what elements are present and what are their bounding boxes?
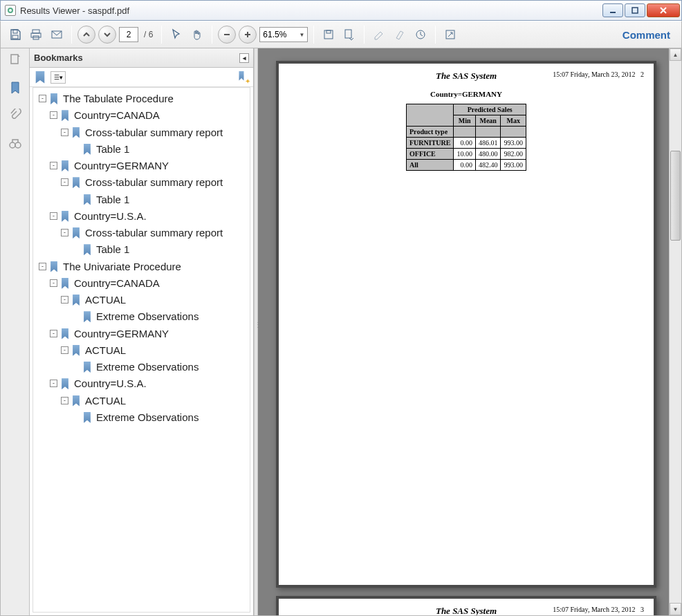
vertical-scrollbar[interactable]: ▲ ▼: [669, 48, 681, 615]
expand-toggle: [72, 312, 80, 320]
select-tool-icon[interactable]: [167, 26, 185, 44]
new-bookmark-button[interactable]: [237, 71, 249, 84]
bookmark-item[interactable]: Table 1: [72, 192, 248, 208]
bookmark-label: ACTUAL: [85, 344, 248, 357]
edit-icon[interactable]: [370, 26, 388, 44]
expand-toggle[interactable]: -: [50, 162, 57, 169]
expand-toggle: [72, 145, 80, 153]
expand-toggle[interactable]: -: [61, 129, 68, 136]
chevron-down-icon: ▼: [299, 32, 304, 38]
bookmark-item[interactable]: -ACTUAL: [61, 292, 248, 308]
maximize-button[interactable]: [625, 3, 645, 17]
bookmark-item[interactable]: -The Tabulate Procedure: [39, 91, 248, 107]
bookmarks-toolbar: ☰▾: [30, 68, 253, 87]
bookmark-item[interactable]: Extreme Observations: [72, 308, 248, 325]
bookmarks-tree[interactable]: -The Tabulate Procedure-Country=CANADA-C…: [33, 87, 250, 613]
bookmark-label: Table 1: [96, 243, 248, 256]
bookmark-label: Extreme Observations: [96, 310, 248, 324]
bookmark-item[interactable]: Extreme Observations: [72, 359, 248, 375]
bookmarks-options-button[interactable]: ☰▾: [50, 71, 66, 84]
zoom-in-button[interactable]: [239, 26, 257, 44]
bookmark-item[interactable]: -Cross-tabular summary report: [61, 225, 248, 241]
bookmark-item[interactable]: -Country=CANADA: [50, 275, 248, 292]
svg-rect-14: [326, 30, 331, 33]
expand-toggle[interactable]: -: [61, 296, 68, 304]
page-up-button[interactable]: [77, 26, 95, 44]
convert-icon[interactable]: [340, 26, 358, 44]
bookmark-label: Table 1: [96, 142, 248, 156]
highlight-icon[interactable]: [391, 26, 409, 44]
print-icon[interactable]: [27, 26, 45, 44]
bookmark-item[interactable]: Table 1: [72, 241, 248, 258]
scroll-down-button[interactable]: ▼: [670, 603, 681, 615]
hand-tool-icon[interactable]: [188, 26, 206, 44]
page-number-input[interactable]: [119, 27, 138, 42]
bookmarks-title: Bookmarks: [34, 53, 83, 63]
save-disk-icon[interactable]: [320, 26, 338, 44]
bookmark-label: Country=GERMANY: [74, 159, 248, 173]
scroll-track[interactable]: [670, 61, 681, 603]
svg-rect-15: [345, 30, 351, 38]
bookmark-item[interactable]: -Country=GERMANY: [50, 158, 248, 174]
bookmark-label: The Tabulate Procedure: [63, 92, 248, 106]
minimize-button[interactable]: [602, 3, 623, 17]
bookmark-item[interactable]: -Country=GERMANY: [50, 326, 248, 342]
bookmark-item[interactable]: -Country=CANADA: [50, 107, 248, 124]
expand-toggle[interactable]: -: [50, 330, 57, 337]
expand-toggle[interactable]: -: [50, 279, 57, 287]
bookmarks-panel: Bookmarks ◂ ☰▾ -The Tabulate Procedure-C…: [30, 48, 254, 615]
close-button[interactable]: [647, 3, 680, 17]
svg-rect-7: [31, 33, 41, 37]
bookmark-item[interactable]: Table 1: [72, 141, 248, 158]
search-binoculars-icon[interactable]: [8, 136, 23, 151]
page-down-button[interactable]: [98, 26, 116, 44]
expand-toggle[interactable]: -: [50, 212, 57, 220]
bookmark-item[interactable]: -Cross-tabular summary report: [61, 174, 248, 191]
expand-toggle[interactable]: -: [61, 397, 68, 404]
expand-toggle[interactable]: -: [50, 380, 57, 387]
bookmark-item[interactable]: -Cross-tabular summary report: [61, 124, 248, 141]
bookmark-label: The Univariate Procedure: [63, 260, 248, 274]
pdf-page-2: The SAS System 15:07 Friday, March 23, 2…: [276, 61, 656, 588]
bookmarks-icon[interactable]: [8, 80, 23, 95]
attachments-icon[interactable]: [8, 108, 23, 123]
page-title: The SAS System: [436, 606, 497, 615]
collapse-panel-button[interactable]: ◂: [239, 53, 249, 63]
bookmark-item[interactable]: -Country=U.S.A.: [50, 208, 248, 225]
bookmark-label: Country=CANADA: [74, 109, 248, 122]
scroll-thumb[interactable]: [670, 151, 681, 241]
zoom-out-button[interactable]: [218, 26, 236, 44]
expand-toggle[interactable]: -: [61, 346, 68, 354]
bookmark-icon: [71, 295, 81, 306]
bookmark-icon: [82, 244, 92, 255]
bookmark-item[interactable]: -ACTUAL: [61, 393, 248, 409]
email-icon[interactable]: [48, 26, 66, 44]
save-icon[interactable]: [6, 26, 24, 44]
bookmark-icon: [82, 412, 92, 423]
bookmark-item[interactable]: -ACTUAL: [61, 342, 248, 359]
expand-toggle[interactable]: -: [61, 229, 68, 236]
bookmark-label: Country=GERMANY: [74, 327, 248, 341]
bookmark-item[interactable]: -Country=U.S.A.: [50, 375, 248, 392]
bookmarks-header: Bookmarks ◂: [30, 48, 253, 68]
page-timestamp: 15:07 Friday, March 23, 2012 3: [553, 606, 644, 613]
bookmark-icon: [82, 144, 92, 155]
expand-toggle[interactable]: -: [39, 263, 46, 270]
zoom-dropdown[interactable]: 61.5%▼: [259, 27, 308, 42]
bookmark-label: Extreme Observations: [96, 411, 248, 424]
scroll-up-button[interactable]: ▲: [670, 48, 681, 61]
bookmark-ribbon-icon: [34, 71, 46, 84]
bookmark-item[interactable]: Extreme Observations: [72, 409, 248, 426]
bookmark-icon: [60, 278, 70, 289]
bookmark-label: Cross-tabular summary report: [85, 176, 248, 189]
bookmark-label: Country=CANADA: [74, 277, 248, 290]
svg-rect-13: [324, 30, 333, 39]
bookmark-item[interactable]: -The Univariate Procedure: [39, 259, 248, 275]
expand-toggle[interactable]: -: [61, 178, 68, 186]
page-thumbnails-icon[interactable]: [8, 53, 23, 68]
fullscreen-icon[interactable]: [441, 26, 459, 44]
expand-toggle[interactable]: -: [50, 111, 57, 119]
comment-button[interactable]: Comment: [617, 26, 676, 44]
sign-icon[interactable]: [412, 26, 430, 44]
expand-toggle[interactable]: -: [39, 95, 46, 102]
